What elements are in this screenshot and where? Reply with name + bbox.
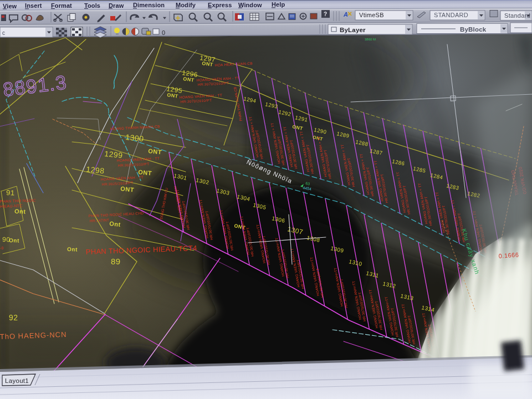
svg-text:Ont: Ont xyxy=(109,220,121,228)
svg-text:Modify: Modify xyxy=(176,2,196,8)
svg-text:Ont: Ont xyxy=(14,208,26,215)
svg-text:Dimension: Dimension xyxy=(133,2,165,8)
svg-text:STANDARD: STANDARD xyxy=(434,12,468,18)
svg-text:3860 M: 3860 M xyxy=(365,38,376,41)
svg-text:Ont: Ont xyxy=(9,237,19,244)
svg-text:ByLayer: ByLayer xyxy=(340,27,366,33)
svg-text:92: 92 xyxy=(9,313,18,322)
svg-text:Format: Format xyxy=(51,2,72,9)
svg-text:ONT: ONT xyxy=(120,185,135,193)
svg-text:Express: Express xyxy=(208,2,232,8)
svg-text:Draw: Draw xyxy=(109,2,124,9)
svg-text:VtimeSB: VtimeSB xyxy=(359,12,384,18)
svg-text:0.1666: 0.1666 xyxy=(498,251,519,259)
svg-text:Ont: Ont xyxy=(67,246,78,253)
svg-text:Layout1: Layout1 xyxy=(5,377,29,384)
svg-text:c: c xyxy=(2,30,5,36)
svg-text:Standard: Standard xyxy=(504,12,530,19)
svg-text:ONT: ONT xyxy=(148,147,162,156)
svg-text:0: 0 xyxy=(162,29,165,36)
svg-text:91: 91 xyxy=(6,188,15,197)
svg-text:ByBlock: ByBlock xyxy=(460,26,487,33)
svg-text:?: ? xyxy=(324,11,327,17)
svg-text:-0: -0 xyxy=(0,246,4,250)
svg-text:Help: Help xyxy=(272,1,285,8)
svg-text:89: 89 xyxy=(111,257,121,266)
svg-text:63: 63 xyxy=(305,181,310,186)
svg-text:Window: Window xyxy=(238,2,262,8)
svg-text:Insert: Insert xyxy=(25,2,42,9)
svg-text:Tools: Tools xyxy=(84,2,100,9)
svg-text:View: View xyxy=(3,3,17,9)
svg-text:A: A xyxy=(343,11,348,18)
